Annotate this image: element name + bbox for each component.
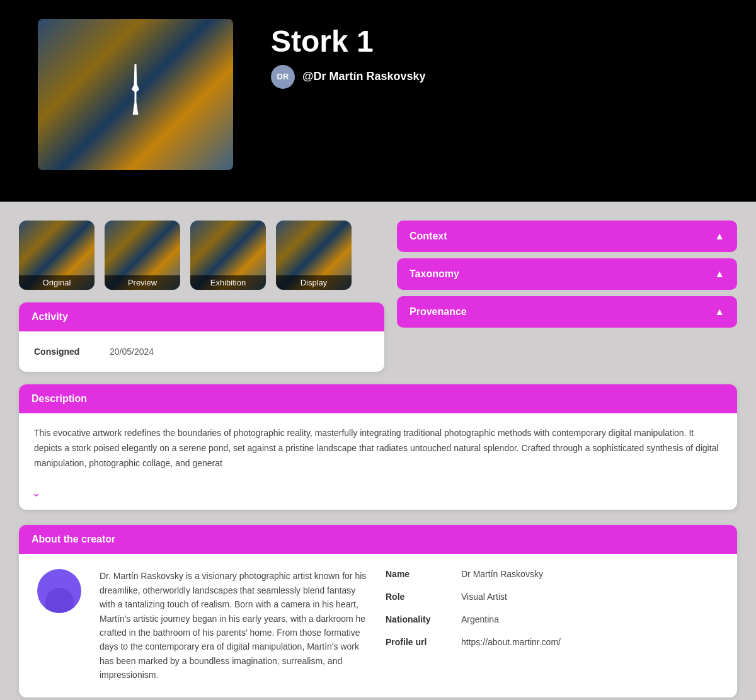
accordion-context-arrow: ▲ [714,231,724,242]
thumbnail-display[interactable]: Display [276,221,352,290]
accordion-taxonomy-label: Taxonomy [410,268,459,280]
thumbnail-label-exhibition: Exhibition [190,275,266,290]
creator-avatar-circle [37,569,81,613]
detail-key-nationality: Nationality [386,614,461,624]
detail-value-role: Visual Artist [461,592,507,602]
thumbnail-label-preview: Preview [105,275,180,290]
detail-key-role: Role [386,592,461,602]
description-text: This evocative artwork redefines the bou… [19,413,737,483]
thumbnail-exhibition[interactable]: Exhibition [190,221,266,290]
description-expand-button[interactable]: ⌄ [19,483,737,510]
artwork-thumbnail [38,19,233,170]
description-header: Description [19,384,737,413]
creator-detail-role: Role Visual Artist [386,592,722,602]
creator-avatar-body-shape [45,588,74,613]
detail-key-name: Name [386,569,461,579]
thumbnails-row: Original Preview Exhibition Display [19,221,384,290]
accordion-taxonomy-arrow: ▲ [714,268,724,280]
creator-detail-profile-url: Profile url https://about.martinr.com/ [386,637,722,647]
main-content: Original Preview Exhibition Display [0,202,756,700]
detail-value-nationality: Argentina [461,614,499,624]
avatar: DR [271,65,295,89]
thumbnail-label-original: Original [19,275,94,290]
artwork-title: Stork 1 [271,25,718,59]
thumbnail-original[interactable]: Original [19,221,94,290]
accordion-provenance-arrow: ▲ [714,306,724,318]
activity-row: Consigned 20/05/2024 [32,341,372,362]
activity-card: Activity Consigned 20/05/2024 [19,302,384,372]
left-panel: Original Preview Exhibition Display [19,221,384,372]
profile-url-link[interactable]: https://about.martinr.com/ [461,637,561,647]
detail-value-profile-url[interactable]: https://about.martinr.com/ [461,637,561,647]
accordion-provenance-label: Provenance [410,306,467,318]
header: Stork 1 DR @Dr Martín Raskovsky [0,0,756,202]
detail-key-profile-url: Profile url [386,637,461,647]
top-section: Original Preview Exhibition Display [19,221,737,372]
author-handle: @Dr Martín Raskovsky [302,70,426,83]
creator-bio: Dr. Martín Raskovsky is a visionary phot… [100,569,370,682]
accordion-context[interactable]: Context ▲ [397,221,737,252]
creator-header: About the creator [19,525,737,554]
accordion-provenance[interactable]: Provenance ▲ [397,296,737,328]
thumbnail-preview[interactable]: Preview [105,221,180,290]
creator-details: Name Dr Martín Raskovsky Role Visual Art… [386,569,722,682]
activity-event-date: 20/05/2024 [110,347,154,357]
creator-title: About the creator [32,534,724,545]
header-info: Stork 1 DR @Dr Martín Raskovsky [271,19,718,89]
detail-value-name: Dr Martín Raskovsky [461,569,543,579]
accordion-taxonomy[interactable]: Taxonomy ▲ [397,258,737,290]
activity-event-label: Consigned [34,347,97,357]
right-panel: Context ▲ Taxonomy ▲ Provenance ▲ [397,221,737,372]
thumbnail-label-display: Display [276,275,352,290]
creator-detail-nationality: Nationality Argentina [386,614,722,624]
creator-detail-name: Name Dr Martín Raskovsky [386,569,722,579]
description-title: Description [32,393,724,405]
author-row: DR @Dr Martín Raskovsky [271,65,718,89]
creator-avatar [34,569,84,632]
activity-body: Consigned 20/05/2024 [19,331,384,372]
description-card: Description This evocative artwork redef… [19,384,737,510]
activity-header: Activity [19,302,384,331]
creator-body: Dr. Martín Raskovsky is a visionary phot… [19,554,737,697]
activity-title: Activity [32,311,372,323]
creator-card: About the creator Dr. Martín Raskovsky i… [19,525,737,697]
accordion-context-label: Context [410,231,447,242]
